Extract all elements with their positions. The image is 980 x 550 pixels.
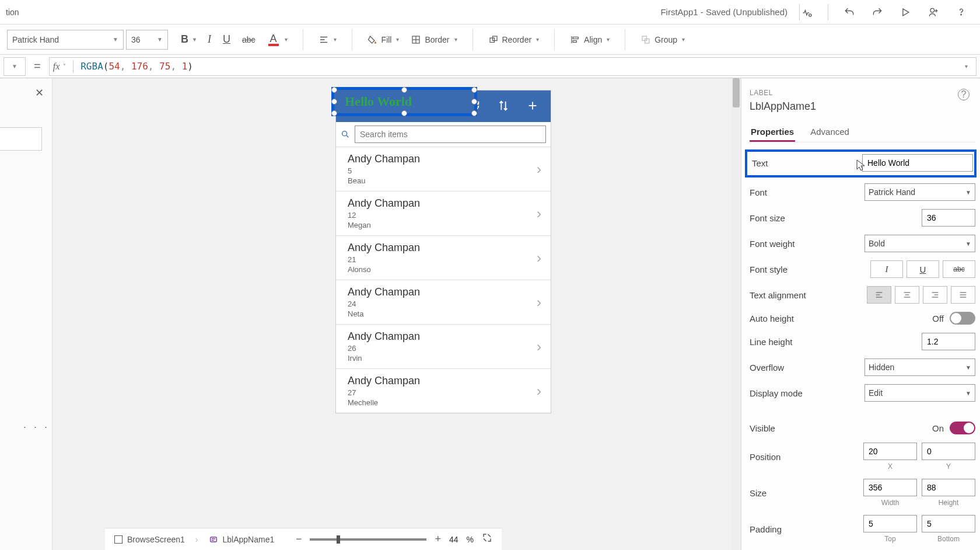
svg-rect-13 [573, 40, 576, 42]
zoom-out-button[interactable]: − [296, 533, 302, 545]
fontstyle-italic-button[interactable]: I [870, 260, 903, 278]
prop-fontweight-select[interactable]: Bold▼ [864, 235, 975, 252]
svg-rect-9 [490, 38, 495, 43]
align-justify-button[interactable] [951, 286, 975, 304]
fx-icon: fx [53, 61, 60, 72]
zoom-in-button[interactable]: + [435, 533, 441, 545]
svg-point-2 [961, 14, 961, 15]
prop-overflow-select[interactable]: Hidden▼ [864, 358, 975, 376]
search-input[interactable] [355, 126, 546, 143]
group-button: Group▾ [639, 32, 686, 47]
prop-size-label: Size [750, 488, 766, 498]
list-item[interactable]: Andy Champan12Megan› [336, 191, 551, 235]
sort-icon[interactable] [497, 99, 510, 114]
list-item[interactable]: Andy Champan24Neta› [336, 280, 551, 324]
position-x-input[interactable] [863, 443, 917, 460]
undo-icon[interactable] [842, 5, 856, 19]
app-header: Hello World [336, 90, 551, 122]
reorder-button[interactable]: Reorder▾ [487, 32, 541, 47]
separator [828, 4, 828, 20]
panel-help-icon[interactable]: ? [958, 89, 970, 100]
italic-button[interactable]: I [206, 31, 212, 48]
align-left-button[interactable] [867, 286, 891, 304]
prop-autoheight-value: Off [932, 314, 944, 323]
list-item[interactable]: Andy Champan27Mechelle› [336, 368, 551, 413]
bold-button[interactable]: B▾ [180, 31, 197, 48]
chevron-right-icon: › [537, 294, 541, 311]
search-tree-input[interactable] [0, 127, 42, 151]
prop-font-select[interactable]: Patrick Hand▼ [864, 183, 975, 201]
property-dropdown[interactable]: ▼ [4, 57, 26, 76]
app-title: FirstApp1 - Saved (Unpublished) [660, 7, 788, 17]
align-right-button[interactable] [923, 286, 947, 304]
svg-rect-14 [642, 36, 647, 41]
close-icon[interactable]: ✕ [35, 86, 44, 99]
tab-advanced[interactable]: Advanced [809, 123, 850, 142]
autoheight-toggle[interactable] [950, 312, 975, 325]
fontstyle-strike-button[interactable]: abc [943, 260, 975, 278]
underline-button[interactable]: U [222, 31, 232, 48]
chevron-right-icon: › [537, 250, 541, 266]
visible-toggle[interactable] [950, 422, 975, 434]
border-button[interactable]: Border▾ [410, 32, 458, 47]
prop-text-input[interactable] [862, 154, 973, 172]
prop-overflow-label: Overflow [750, 363, 784, 373]
formula-input[interactable]: fx ˅ RGBA(54, 176, 75, 1) ▾ [49, 57, 977, 76]
zoom-percent: 44 [449, 535, 459, 544]
strikethrough-button[interactable]: abc [241, 33, 257, 47]
align-button[interactable]: Align▾ [569, 32, 611, 47]
add-icon[interactable] [526, 99, 539, 114]
padding-top-input[interactable] [863, 515, 917, 532]
label-text: Hello World [345, 94, 412, 109]
selected-label-control[interactable]: Hello World [331, 87, 477, 116]
zoom-slider[interactable] [310, 538, 426, 541]
align-mini-button[interactable]: ▾ [317, 32, 338, 47]
position-y-input[interactable] [922, 443, 975, 460]
design-canvas[interactable]: Hello World Andy Champan5Beau›Andy Champ… [52, 78, 741, 550]
list-item[interactable]: Andy Champan26Irvin› [336, 324, 551, 368]
svg-line-19 [346, 135, 348, 137]
prop-fontsize-input[interactable] [922, 209, 975, 227]
redo-icon[interactable] [870, 5, 884, 19]
font-name-combo[interactable]: Patrick Hand ▼ [7, 30, 124, 50]
health-icon[interactable] [800, 5, 814, 19]
breadcrumb-screen[interactable]: BrowseScreen1 [114, 535, 185, 544]
prop-text-label: Text [752, 158, 768, 168]
share-icon[interactable] [926, 5, 940, 19]
prop-displaymode-select[interactable]: Edit▼ [864, 384, 975, 402]
svg-point-1 [930, 8, 935, 12]
chevron-right-icon: › [537, 206, 541, 222]
tab-properties[interactable]: Properties [750, 123, 795, 142]
size-width-input[interactable] [863, 479, 917, 496]
prop-font-label: Font [750, 187, 767, 197]
prop-autoheight-label: Auto height [750, 314, 794, 323]
expand-formula-icon[interactable]: ▾ [960, 63, 972, 69]
list-item[interactable]: Andy Champan5Beau› [336, 147, 551, 191]
device-preview: Hello World Andy Champan5Beau›Andy Champ… [335, 90, 551, 413]
overflow-icon[interactable]: · · · [23, 421, 50, 433]
left-tree-panel: ✕ · · · [0, 78, 52, 550]
zoom-percent-suffix: % [467, 535, 474, 544]
search-row [336, 122, 551, 147]
search-icon [341, 130, 350, 139]
vertical-scrollbar[interactable] [732, 78, 741, 550]
align-center-button[interactable] [895, 286, 919, 304]
breadcrumb-control[interactable]: LblAppName1 [209, 535, 275, 544]
format-toolbar: Patrick Hand ▼ 36 ▼ B▾ I U abc A▾ ▾ Fill… [0, 25, 980, 55]
prop-fontsize-label: Font size [750, 213, 785, 223]
fullscreen-icon[interactable] [482, 532, 492, 546]
prop-visible-label: Visible [750, 423, 775, 433]
play-icon[interactable] [898, 5, 912, 19]
prop-lineheight-input[interactable] [922, 333, 975, 350]
font-name-value: Patrick Hand [12, 35, 59, 44]
padding-bottom-input[interactable] [922, 515, 975, 532]
font-size-combo[interactable]: 36 ▼ [126, 30, 168, 50]
font-color-button[interactable]: A▾ [266, 31, 289, 48]
size-height-input[interactable] [922, 479, 975, 496]
fill-button[interactable]: Fill▾ [366, 32, 401, 47]
title-bar: tion FirstApp1 - Saved (Unpublished) [0, 0, 980, 25]
prop-lineheight-label: Line height [750, 337, 792, 347]
fontstyle-underline-button[interactable]: U [907, 260, 939, 278]
list-item[interactable]: Andy Champan21Alonso› [336, 235, 551, 280]
help-icon[interactable] [954, 5, 968, 19]
